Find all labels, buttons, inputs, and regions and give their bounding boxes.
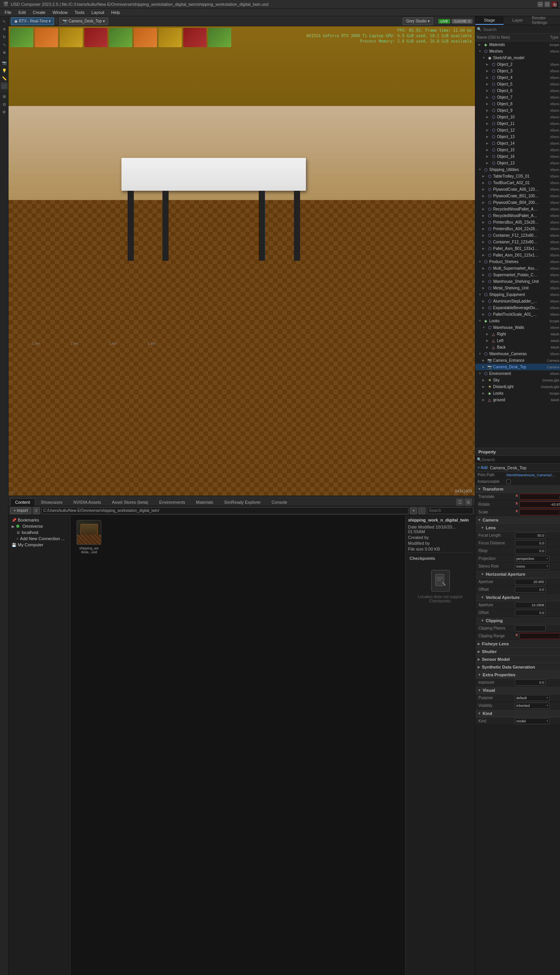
viewport-settings-button[interactable]: ⚙ (551, 2, 558, 9)
renderer-button[interactable]: Grey Studio ▾ (403, 17, 433, 25)
exposure-input[interactable] (515, 679, 546, 686)
st-object_9-7[interactable]: ▶ ⬡ Object_9 Xform (475, 107, 560, 114)
h-offset-input[interactable] (515, 587, 546, 593)
st-ground[interactable]: ▶ △ ground Mesh (475, 397, 560, 403)
st-object_2-0[interactable]: ▶ ⬡ Object_2 Xform (475, 61, 560, 68)
tool-camera[interactable]: 📷 (1, 59, 8, 66)
rotate-x-input[interactable] (519, 501, 560, 508)
import-button[interactable]: + Import (10, 507, 31, 514)
st-multi-supermarket[interactable]: ▶ ⬡ Multi_Supermarket_Assetpa… Xform (475, 265, 560, 272)
st-back[interactable]: ▶ △ Back Mesh (475, 344, 560, 351)
st-pallet-b01[interactable]: ▶ ⬡ Pallet_Asm_B01_133x112x47… Xform (475, 245, 560, 252)
st-object_12-10[interactable]: ▶ ⬡ Object_12 Xform (475, 127, 560, 133)
st-printers-a05[interactable]: ▶ ⬡ PrintersBox_A05_23x28x25c… Xform (475, 219, 560, 226)
st-camera-entrance[interactable]: ▶ 📷 Camera_Entrance Camera (475, 357, 560, 364)
scale-x-input[interactable] (519, 509, 560, 515)
tree-add-connection[interactable]: + Add New Connection ... (10, 535, 68, 542)
tool-active[interactable]: ⬚ (1, 82, 8, 89)
tool-rotate[interactable]: ↻ (1, 33, 8, 40)
st-recycled-2[interactable]: ▶ ⬡ RecycledWoodPallet_A02_PR_… Xform (475, 212, 560, 219)
st-distant-light[interactable]: ▶ ☀ DistantLight DistantLight (475, 383, 560, 390)
h-aperture-section-header[interactable]: ▼ Horizontal Aperture (475, 570, 560, 578)
tool-measure[interactable]: 📏 (1, 75, 8, 82)
st-object_16-14[interactable]: ▶ ⬡ Object_16 Xform (475, 153, 560, 160)
clipping-range-x-input[interactable] (519, 633, 560, 639)
st-warehouse-shelving[interactable]: ▶ ⬡ Warehouse_Shelving_Unit Xform (475, 278, 560, 285)
st-env-looks[interactable]: ▶ ◈ Looks Scope (475, 390, 560, 397)
st-supermarket-chips[interactable]: ▶ ⬡ Supermarket_Potato_Chips_… Xform (475, 272, 560, 278)
v-offset-input[interactable] (515, 610, 546, 616)
st-sketchfab[interactable]: ▼ ◉ SketchFab_model (475, 55, 560, 61)
st-object_8-6[interactable]: ▶ ⬡ Object_8 Xform (475, 101, 560, 107)
tab-layer[interactable]: Layer (504, 16, 532, 25)
tool-select[interactable]: ↖ (1, 18, 8, 25)
v-aperture-input[interactable] (515, 602, 546, 608)
st-camera-desk-top[interactable]: ▶ 📷 Camera_Desk_Top Camera (475, 364, 560, 370)
st-environment[interactable]: ▼ ⬡ Environment Xform (475, 370, 560, 377)
live-badge[interactable]: LIVE (438, 19, 451, 24)
st-shipping-equipment[interactable]: ▼ ⬡ Shipping_Equipment Xform (475, 291, 560, 298)
lens-section-header[interactable]: ▼ Lens (475, 524, 560, 532)
tree-localhost[interactable]: 🖥 localhost (10, 529, 68, 535)
translate-x-input[interactable] (519, 494, 560, 500)
st-object_10-8[interactable]: ▶ ⬡ Object_10 Xform (475, 114, 560, 120)
st-sky[interactable]: ▶ ☀ Sky DomeLight (475, 377, 560, 383)
st-metal-shelving[interactable]: ▶ ⬡ Metal_Shelving_Unit Xform (475, 285, 560, 291)
h-aperture-input[interactable] (515, 579, 546, 585)
shutter-section-header[interactable]: ▶ Shutter (475, 648, 560, 655)
st-plywood-a06[interactable]: ▶ ⬡ PlywoodCrate_A06_120x120c… Xform (475, 186, 560, 193)
st-table-trolley[interactable]: ▶ ⬡ TableTrolley_C05_01 Xform (475, 173, 560, 180)
st-meshes[interactable]: ▼ ⬡ Meshes Xform (475, 48, 560, 55)
tool-universal[interactable]: ⊕ (1, 49, 8, 56)
bottom-panel-grid-view[interactable]: ⊞ (465, 499, 472, 506)
st-product-shelves[interactable]: ▼ ⬡ Product_Shelves Xform (475, 258, 560, 265)
st-beverage-dolly[interactable]: ▶ ⬡ ExpandableBeverageDollyC4… Xform (475, 304, 560, 311)
st-container-f12-1[interactable]: ▶ ⬡ Container_F12_123x80x89ce… Xform (475, 232, 560, 239)
menu-edit[interactable]: Edit (15, 9, 29, 16)
st-object_15-13[interactable]: ▶ ⬡ Object_15 Xform (475, 147, 560, 153)
st-container-f12-2[interactable]: ▶ ⬡ Container_F12_123x80x89ce… Xform (475, 239, 560, 245)
st-warehouse-walls[interactable]: ▼ ⬡ Warehouse_Walls Xform (475, 324, 560, 331)
tab-console[interactable]: Console (266, 498, 292, 506)
st-toolboxcart[interactable]: ▶ ⬡ ToolBoxCart_A02_01 Xform (475, 180, 560, 186)
st-recycled-1[interactable]: ▶ ⬡ RecycledWoodPallet_A02_PR_… Xform (475, 206, 560, 212)
menu-help[interactable]: Help (108, 9, 123, 16)
viewport-3d[interactable]: FPS: 85.93, Frame time: 11.64 ms NVIDIA … (9, 26, 475, 496)
extra-props-header[interactable]: ▼ Extra Properties (475, 671, 560, 679)
st-materials[interactable]: ▶ ◈ Materials Scope (475, 41, 560, 48)
menu-create[interactable]: Create (30, 9, 49, 16)
clipping-planes-input[interactable] (515, 625, 546, 631)
camera-select-button[interactable]: 📷 Camera_Desk_Top ▾ (59, 17, 108, 25)
menu-file[interactable]: File (2, 9, 15, 16)
path-options-button[interactable]: ⋮ (418, 507, 425, 514)
tool-grid[interactable]: ⊟ (1, 101, 8, 108)
st-object_7-5[interactable]: ▶ ⬡ Object_7 Xform (475, 94, 560, 101)
st-object_13-15[interactable]: ▶ ⬡ Object_13 Xform (475, 160, 560, 166)
path-input[interactable] (41, 507, 408, 514)
st-pallet-truck[interactable]: ▶ ⬡ PalletTruckScale_A01_PR_NV… Xform (475, 311, 560, 318)
tab-stage[interactable]: Stage (475, 16, 504, 25)
visibility-dropdown[interactable]: inherited ▾ (515, 703, 550, 709)
tool-light[interactable]: 💡 (1, 67, 8, 74)
props-search-input[interactable] (481, 457, 558, 462)
tab-environments[interactable]: Environments (154, 498, 190, 506)
asset-shipping-workstation[interactable]: shipping_worksta...usd (73, 518, 104, 556)
transform-section-header[interactable]: ▼ Transform (475, 485, 560, 493)
fstop-input[interactable] (515, 548, 546, 554)
tree-bookmarks[interactable]: 📌 Bookmarks (10, 517, 68, 523)
rtx-realtime-button[interactable]: ◉ RTX - Real-Time ▾ (11, 17, 54, 25)
st-right[interactable]: ▶ △ Right Mesh (475, 331, 560, 337)
clipping-section-header[interactable]: ▼ Clipping (475, 617, 560, 624)
menu-tools[interactable]: Tools (72, 9, 88, 16)
st-object_11-9[interactable]: ▶ ⬡ Object_11 Xform (475, 120, 560, 127)
maximize-button[interactable]: □ (545, 2, 550, 7)
menu-window[interactable]: Window (50, 9, 71, 16)
tool-snap[interactable]: ⊞ (1, 93, 8, 100)
st-object_6-4[interactable]: ▶ ⬡ Object_6 Xform (475, 87, 560, 94)
st-left[interactable]: ▶ △ Left Mesh (475, 337, 560, 344)
kind-section-header[interactable]: ▼ Kind (475, 710, 560, 717)
camera-section-header[interactable]: ▼ Camera (475, 516, 560, 524)
tab-render-settings[interactable]: Render Settings (532, 16, 560, 25)
visual-section-header[interactable]: ▼ Visual (475, 686, 560, 694)
stage-search-input[interactable] (483, 27, 558, 32)
